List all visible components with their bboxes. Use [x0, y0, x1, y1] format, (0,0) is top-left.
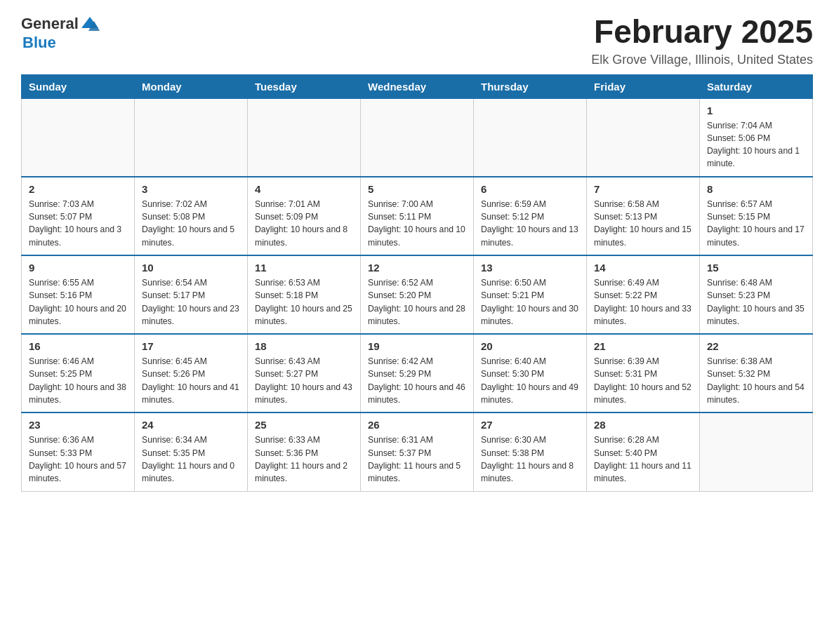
weekday-header-saturday: Saturday: [700, 74, 813, 98]
day-number: 2: [29, 183, 127, 195]
calendar-cell: 3Sunrise: 7:02 AM Sunset: 5:08 PM Daylig…: [135, 177, 248, 255]
week-row-4: 16Sunrise: 6:46 AM Sunset: 5:25 PM Dayli…: [22, 334, 813, 412]
day-info: Sunrise: 6:57 AM Sunset: 5:15 PM Dayligh…: [707, 198, 805, 249]
calendar-cell: [135, 98, 248, 177]
day-info: Sunrise: 6:54 AM Sunset: 5:17 PM Dayligh…: [142, 276, 240, 328]
day-info: Sunrise: 6:46 AM Sunset: 5:25 PM Dayligh…: [29, 355, 127, 406]
calendar-cell: [700, 412, 813, 491]
logo-general-text: General: [21, 15, 79, 33]
calendar-cell: 9Sunrise: 6:55 AM Sunset: 5:16 PM Daylig…: [22, 255, 135, 334]
day-number: 20: [481, 340, 579, 352]
day-number: 26: [368, 419, 466, 431]
calendar-cell: 2Sunrise: 7:03 AM Sunset: 5:07 PM Daylig…: [22, 177, 135, 255]
calendar-cell: 1Sunrise: 7:04 AM Sunset: 5:06 PM Daylig…: [700, 98, 813, 177]
day-info: Sunrise: 6:34 AM Sunset: 5:35 PM Dayligh…: [142, 434, 240, 485]
calendar-cell: 26Sunrise: 6:31 AM Sunset: 5:37 PM Dayli…: [361, 412, 474, 491]
logo: General Blue: [21, 14, 100, 52]
weekday-header-wednesday: Wednesday: [361, 74, 474, 98]
calendar-cell: 8Sunrise: 6:57 AM Sunset: 5:15 PM Daylig…: [700, 177, 813, 255]
day-info: Sunrise: 6:53 AM Sunset: 5:18 PM Dayligh…: [255, 276, 353, 328]
calendar-table: SundayMondayTuesdayWednesdayThursdayFrid…: [21, 74, 813, 492]
day-info: Sunrise: 6:58 AM Sunset: 5:13 PM Dayligh…: [594, 198, 692, 249]
calendar-cell: 22Sunrise: 6:38 AM Sunset: 5:32 PM Dayli…: [700, 334, 813, 412]
day-number: 12: [368, 262, 466, 274]
calendar-cell: [587, 98, 700, 177]
calendar-cell: 4Sunrise: 7:01 AM Sunset: 5:09 PM Daylig…: [248, 177, 361, 255]
day-number: 16: [29, 340, 127, 352]
day-number: 21: [594, 340, 692, 352]
day-number: 25: [255, 419, 353, 431]
calendar-cell: [474, 98, 587, 177]
month-title: February 2025: [591, 14, 813, 50]
day-number: 8: [707, 183, 805, 195]
calendar-cell: 11Sunrise: 6:53 AM Sunset: 5:18 PM Dayli…: [248, 255, 361, 334]
calendar-cell: 17Sunrise: 6:45 AM Sunset: 5:26 PM Dayli…: [135, 334, 248, 412]
day-info: Sunrise: 6:55 AM Sunset: 5:16 PM Dayligh…: [29, 276, 127, 328]
calendar-cell: 16Sunrise: 6:46 AM Sunset: 5:25 PM Dayli…: [22, 334, 135, 412]
day-number: 11: [255, 262, 353, 274]
day-info: Sunrise: 7:01 AM Sunset: 5:09 PM Dayligh…: [255, 198, 353, 249]
calendar-cell: 27Sunrise: 6:30 AM Sunset: 5:38 PM Dayli…: [474, 412, 587, 491]
day-info: Sunrise: 6:39 AM Sunset: 5:31 PM Dayligh…: [594, 355, 692, 406]
day-number: 10: [142, 262, 240, 274]
day-number: 3: [142, 183, 240, 195]
week-row-3: 9Sunrise: 6:55 AM Sunset: 5:16 PM Daylig…: [22, 255, 813, 334]
day-info: Sunrise: 6:28 AM Sunset: 5:40 PM Dayligh…: [594, 434, 692, 485]
day-info: Sunrise: 6:59 AM Sunset: 5:12 PM Dayligh…: [481, 198, 579, 249]
weekday-header-row: SundayMondayTuesdayWednesdayThursdayFrid…: [22, 74, 813, 98]
calendar-cell: 12Sunrise: 6:52 AM Sunset: 5:20 PM Dayli…: [361, 255, 474, 334]
weekday-header-thursday: Thursday: [474, 74, 587, 98]
day-number: 18: [255, 340, 353, 352]
day-number: 15: [707, 262, 805, 274]
day-number: 23: [29, 419, 127, 431]
day-info: Sunrise: 6:38 AM Sunset: 5:32 PM Dayligh…: [707, 355, 805, 406]
day-info: Sunrise: 6:36 AM Sunset: 5:33 PM Dayligh…: [29, 434, 127, 485]
day-info: Sunrise: 6:31 AM Sunset: 5:37 PM Dayligh…: [368, 434, 466, 485]
calendar-cell: 5Sunrise: 7:00 AM Sunset: 5:11 PM Daylig…: [361, 177, 474, 255]
day-number: 28: [594, 419, 692, 431]
week-row-5: 23Sunrise: 6:36 AM Sunset: 5:33 PM Dayli…: [22, 412, 813, 491]
day-number: 6: [481, 183, 579, 195]
calendar-cell: 19Sunrise: 6:42 AM Sunset: 5:29 PM Dayli…: [361, 334, 474, 412]
calendar-cell: 20Sunrise: 6:40 AM Sunset: 5:30 PM Dayli…: [474, 334, 587, 412]
day-number: 14: [594, 262, 692, 274]
day-number: 24: [142, 419, 240, 431]
calendar-cell: [248, 98, 361, 177]
day-info: Sunrise: 6:40 AM Sunset: 5:30 PM Dayligh…: [481, 355, 579, 406]
day-info: Sunrise: 7:02 AM Sunset: 5:08 PM Dayligh…: [142, 198, 240, 249]
calendar-cell: 24Sunrise: 6:34 AM Sunset: 5:35 PM Dayli…: [135, 412, 248, 491]
location-title: Elk Grove Village, Illinois, United Stat…: [591, 53, 813, 67]
logo-blue-text: Blue: [22, 34, 56, 52]
calendar-cell: 23Sunrise: 6:36 AM Sunset: 5:33 PM Dayli…: [22, 412, 135, 491]
day-info: Sunrise: 6:43 AM Sunset: 5:27 PM Dayligh…: [255, 355, 353, 406]
calendar-cell: [22, 98, 135, 177]
day-info: Sunrise: 6:48 AM Sunset: 5:23 PM Dayligh…: [707, 276, 805, 328]
day-number: 22: [707, 340, 805, 352]
calendar-cell: 13Sunrise: 6:50 AM Sunset: 5:21 PM Dayli…: [474, 255, 587, 334]
calendar-cell: 15Sunrise: 6:48 AM Sunset: 5:23 PM Dayli…: [700, 255, 813, 334]
day-number: 5: [368, 183, 466, 195]
day-number: 19: [368, 340, 466, 352]
day-info: Sunrise: 7:03 AM Sunset: 5:07 PM Dayligh…: [29, 198, 127, 249]
day-number: 1: [707, 105, 805, 116]
day-info: Sunrise: 6:33 AM Sunset: 5:36 PM Dayligh…: [255, 434, 353, 485]
header: General Blue February 2025 Elk Grove Vil…: [21, 14, 813, 67]
day-number: 27: [481, 419, 579, 431]
week-row-2: 2Sunrise: 7:03 AM Sunset: 5:07 PM Daylig…: [22, 177, 813, 255]
week-row-1: 1Sunrise: 7:04 AM Sunset: 5:06 PM Daylig…: [22, 98, 813, 177]
calendar-cell: 28Sunrise: 6:28 AM Sunset: 5:40 PM Dayli…: [587, 412, 700, 491]
day-number: 13: [481, 262, 579, 274]
day-info: Sunrise: 6:42 AM Sunset: 5:29 PM Dayligh…: [368, 355, 466, 406]
day-info: Sunrise: 6:49 AM Sunset: 5:22 PM Dayligh…: [594, 276, 692, 328]
logo-icon: [80, 14, 100, 34]
day-info: Sunrise: 6:50 AM Sunset: 5:21 PM Dayligh…: [481, 276, 579, 328]
calendar-cell: 14Sunrise: 6:49 AM Sunset: 5:22 PM Dayli…: [587, 255, 700, 334]
day-info: Sunrise: 7:04 AM Sunset: 5:06 PM Dayligh…: [707, 119, 805, 170]
day-info: Sunrise: 7:00 AM Sunset: 5:11 PM Dayligh…: [368, 198, 466, 249]
day-info: Sunrise: 6:45 AM Sunset: 5:26 PM Dayligh…: [142, 355, 240, 406]
calendar-cell: 25Sunrise: 6:33 AM Sunset: 5:36 PM Dayli…: [248, 412, 361, 491]
calendar-cell: 7Sunrise: 6:58 AM Sunset: 5:13 PM Daylig…: [587, 177, 700, 255]
calendar-cell: 6Sunrise: 6:59 AM Sunset: 5:12 PM Daylig…: [474, 177, 587, 255]
day-number: 17: [142, 340, 240, 352]
day-info: Sunrise: 6:30 AM Sunset: 5:38 PM Dayligh…: [481, 434, 579, 485]
